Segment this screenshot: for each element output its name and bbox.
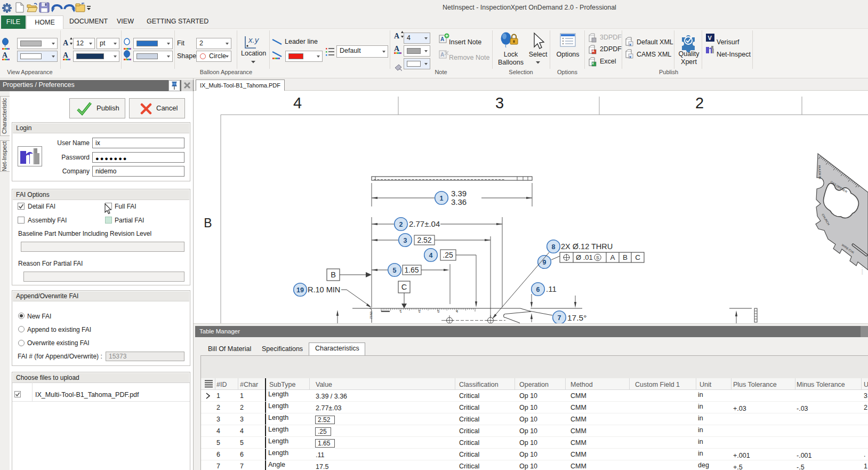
svg-text:4: 4 (456, 309, 459, 313)
svg-text:A: A (440, 52, 444, 58)
svg-text:B: B (331, 270, 336, 279)
svg-text:x.y: x.y (248, 35, 260, 44)
svg-text:B: B (623, 253, 628, 261)
svg-text:2.52: 2.52 (417, 236, 431, 244)
svg-text:1.65: 1.65 (404, 266, 419, 274)
svg-text:A: A (2, 51, 8, 59)
svg-text:2.77±.04: 2.77±.04 (409, 219, 440, 228)
svg-text:S: S (596, 255, 599, 260)
svg-text:A: A (63, 39, 69, 47)
svg-text:1: 1 (440, 195, 444, 202)
svg-text:B: B (204, 216, 212, 230)
svg-text:V: V (708, 35, 712, 41)
svg-text:4: 4 (293, 94, 302, 111)
svg-text:3.39: 3.39 (451, 189, 467, 198)
svg-text:2: 2 (695, 94, 704, 111)
svg-text:3: 3 (404, 237, 407, 244)
svg-text:7: 7 (558, 314, 561, 322)
svg-text:A: A (63, 51, 69, 59)
svg-text:A: A (394, 32, 400, 40)
svg-text:R.10 MIN: R.10 MIN (308, 285, 340, 294)
svg-text:05/12: 05/12 (369, 312, 373, 319)
svg-text:A: A (592, 49, 594, 53)
svg-text:6: 6 (536, 286, 540, 293)
svg-text:A: A (394, 45, 400, 53)
svg-text:5: 5 (393, 267, 397, 274)
svg-text:1: 1 (400, 309, 402, 313)
svg-text:x: x (592, 61, 594, 65)
svg-text:4: 4 (429, 252, 433, 259)
svg-text:3: 3 (437, 309, 439, 313)
svg-text:.25: .25 (443, 251, 453, 259)
svg-text:i: i (861, 265, 863, 277)
svg-text:.11: .11 (546, 284, 557, 293)
svg-text:19: 19 (296, 286, 304, 294)
svg-text:C: C (635, 253, 640, 261)
svg-text:A: A (610, 253, 615, 261)
svg-text:Ø .01: Ø .01 (576, 253, 593, 261)
svg-text:A: A (440, 36, 444, 42)
svg-text:C: C (401, 283, 407, 291)
svg-text:2: 2 (399, 221, 403, 228)
svg-text:17.5°: 17.5° (567, 313, 586, 322)
svg-text:8: 8 (552, 243, 556, 251)
svg-text:2: 2 (419, 309, 421, 313)
svg-text:2X Ø.12 THRU: 2X Ø.12 THRU (561, 242, 613, 251)
svg-text:RULER IN: RULER IN (818, 165, 822, 179)
svg-text:3.36: 3.36 (451, 197, 467, 206)
svg-text:3: 3 (495, 94, 504, 111)
